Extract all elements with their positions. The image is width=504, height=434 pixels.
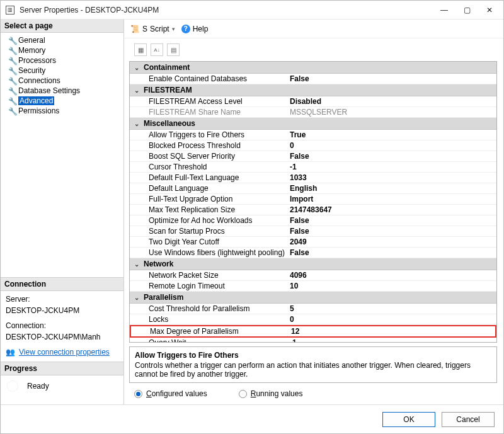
script-button[interactable]: 📜 S Script ▾	[130, 25, 175, 33]
category-network[interactable]: ⌄Network	[130, 258, 496, 270]
prop-value[interactable]: False	[287, 152, 494, 161]
prop-key: Cursor Threshold	[149, 163, 287, 171]
running-values-radio[interactable]: Running values	[239, 389, 303, 398]
prop-value[interactable]: English	[287, 184, 494, 193]
prop-filestream-share-name[interactable]: FILESTREAM Share NameMSSQLSERVER	[130, 107, 496, 118]
left-pane: Select a page 🔧General🔧Memory🔧Processors…	[1, 20, 124, 404]
prop-key: Default Full-Text Language	[149, 173, 287, 182]
maximize-button[interactable]: ▢	[455, 1, 478, 19]
chevron-down-icon: ⌄	[132, 64, 141, 71]
prop-value[interactable]: 10	[287, 282, 494, 290]
prop-value[interactable]: 0	[287, 141, 494, 150]
prop-key: FILESTREAM Share Name	[149, 108, 287, 117]
wrench-icon: 🔧	[8, 57, 16, 64]
prop-value[interactable]: True	[287, 130, 494, 139]
prop-key: Max Text Replication Size	[149, 205, 287, 214]
prop-value[interactable]: 4096	[287, 271, 494, 280]
prop-value[interactable]: False	[287, 74, 494, 83]
prop-value[interactable]: 2049	[287, 237, 494, 246]
prop-key: Enable Contained Databases	[149, 74, 287, 83]
prop-two-digit-year-cutoff[interactable]: Two Digit Year Cutoff2049	[130, 237, 496, 248]
sidebar-item-advanced[interactable]: 🔧Advanced	[2, 96, 122, 106]
sidebar-item-general[interactable]: 🔧General	[2, 35, 122, 45]
prop-cursor-threshold[interactable]: Cursor Threshold-1	[130, 162, 496, 173]
prop-blocked-process-threshold[interactable]: Blocked Process Threshold0	[130, 140, 496, 151]
sidebar-item-connections[interactable]: 🔧Connections	[2, 76, 122, 86]
category-parallelism[interactable]: ⌄Parallelism	[130, 292, 496, 304]
prop-full-text-upgrade-option[interactable]: Full-Text Upgrade OptionImport	[130, 194, 496, 205]
prop-cost-threshold-for-parallelism[interactable]: Cost Threshold for Parallelism5	[130, 304, 496, 314]
sidebar-item-label: Processors	[18, 56, 56, 65]
sidebar-item-permissions[interactable]: 🔧Permissions	[2, 106, 122, 116]
sidebar-item-memory[interactable]: 🔧Memory	[2, 45, 122, 55]
sidebar-item-processors[interactable]: 🔧Processors	[2, 55, 122, 66]
prop-value[interactable]: False	[287, 216, 494, 225]
values-radio-group: Configured values Running values	[129, 383, 497, 402]
progress-status: Ready	[27, 382, 49, 391]
prop-max-text-replication-size[interactable]: Max Text Replication Size2147483647	[130, 205, 496, 215]
prop-value[interactable]: -1	[287, 163, 494, 171]
sidebar-item-database-settings[interactable]: 🔧Database Settings	[2, 86, 122, 96]
prop-remote-login-timeout[interactable]: Remote Login Timeout10	[130, 281, 496, 292]
wrench-icon: 🔧	[8, 97, 16, 105]
prop-value[interactable]: False	[287, 227, 494, 236]
prop-key: Full-Text Upgrade Option	[149, 195, 287, 203]
categorized-button[interactable]: ▦	[134, 43, 147, 56]
radio-dot-icon	[134, 390, 142, 398]
prop-scan-for-startup-procs[interactable]: Scan for Startup ProcsFalse	[130, 226, 496, 237]
progress-spinner-icon	[7, 380, 18, 392]
prop-max-degree-of-parallelism[interactable]: Max Degree of Parallelism12	[130, 325, 496, 338]
prop-key: Max Degree of Parallelism	[150, 327, 289, 336]
sidebar-item-label: Permissions	[18, 106, 59, 115]
prop-use-windows-fibers-lightweight-pooling-[interactable]: Use Windows fibers (lightweight pooling)…	[130, 248, 496, 258]
prop-default-language[interactable]: Default LanguageEnglish	[130, 183, 496, 194]
wrench-icon: 🔧	[8, 37, 16, 44]
category-miscellaneous[interactable]: ⌄Miscellaneous	[130, 118, 496, 130]
connection-header: Connection	[1, 278, 123, 291]
property-grid[interactable]: ⌄ContainmentEnable Contained DatabasesFa…	[129, 61, 497, 343]
help-button[interactable]: ? Help	[181, 25, 209, 33]
sidebar-item-label: Connections	[18, 76, 60, 85]
prop-query-wait[interactable]: Query Wait-1	[130, 338, 496, 343]
maximize-icon: ▢	[464, 6, 471, 14]
category-filestream[interactable]: ⌄FILESTREAM	[130, 84, 496, 96]
sidebar-item-label: Security	[18, 66, 45, 75]
prop-allow-triggers-to-fire-others[interactable]: Allow Triggers to Fire OthersTrue	[130, 130, 496, 140]
prop-value[interactable]: MSSQLSERVER	[287, 108, 494, 117]
minimize-button[interactable]: —	[433, 1, 455, 19]
prop-boost-sql-server-priority[interactable]: Boost SQL Server PriorityFalse	[130, 151, 496, 162]
prop-value[interactable]: -1	[287, 338, 494, 343]
sidebar-item-security[interactable]: 🔧Security	[2, 66, 122, 76]
prop-value[interactable]: 1033	[287, 173, 494, 182]
prop-enable-contained-databases[interactable]: Enable Contained DatabasesFalse	[130, 74, 496, 84]
connection-panel: Connection Server: DESKTOP-JCKU4PM Conne…	[1, 277, 123, 362]
prop-filestream-access-level[interactable]: FILESTREAM Access LevelDisabled	[130, 96, 496, 107]
prop-network-packet-size[interactable]: Network Packet Size4096	[130, 270, 496, 281]
prop-optimize-for-ad-hoc-workloads[interactable]: Optimize for Ad hoc WorkloadsFalse	[130, 215, 496, 226]
category-label: Network	[144, 260, 173, 268]
prop-key: Default Language	[149, 184, 287, 193]
category-containment[interactable]: ⌄Containment	[130, 62, 496, 74]
ok-button[interactable]: OK	[382, 412, 435, 427]
pages-button[interactable]: ▤	[167, 43, 180, 56]
prop-locks[interactable]: Locks0	[130, 314, 496, 325]
prop-value[interactable]: Import	[287, 195, 494, 203]
prop-value[interactable]: 5	[287, 304, 494, 313]
prop-value[interactable]: Disabled	[287, 97, 494, 106]
prop-value[interactable]: False	[287, 248, 494, 257]
wrench-icon: 🔧	[8, 77, 16, 84]
right-pane: 📜 S Script ▾ ? Help ▦ A↓ ▤ ⌄ContainmentE…	[124, 20, 503, 404]
prop-value[interactable]: 0	[287, 315, 494, 324]
prop-key: Blocked Process Threshold	[149, 141, 287, 150]
prop-default-full-text-language[interactable]: Default Full-Text Language1033	[130, 173, 496, 183]
prop-key: Optimize for Ad hoc Workloads	[149, 216, 287, 225]
cancel-button[interactable]: Cancel	[442, 412, 495, 427]
view-connection-properties-link[interactable]: View connection properties	[19, 348, 110, 357]
configured-values-radio[interactable]: Configured values	[134, 389, 207, 398]
prop-value[interactable]: 12	[289, 327, 493, 336]
close-button[interactable]: ✕	[478, 1, 501, 19]
pgrid-toolbar: ▦ A↓ ▤	[134, 43, 497, 59]
prop-key: Query Wait	[149, 338, 287, 343]
alpha-sort-button[interactable]: A↓	[151, 43, 163, 56]
prop-value[interactable]: 2147483647	[287, 205, 494, 214]
